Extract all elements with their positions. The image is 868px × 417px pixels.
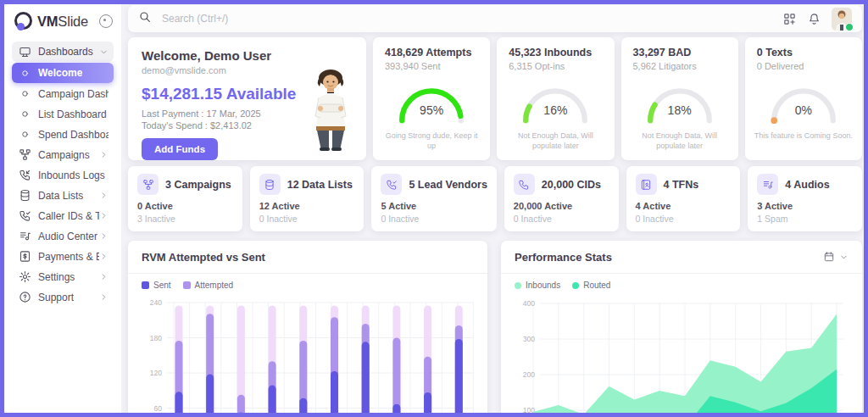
- stat-subtitle: 393,940 Sent: [381, 61, 481, 71]
- sidebar: VMSlide Dashboards Welcome Campaign Dash…: [4, 4, 121, 413]
- date-filter[interactable]: [823, 251, 849, 263]
- stat-title: 33,297 BAD: [630, 47, 730, 58]
- chevron-right-icon: [99, 272, 108, 281]
- resource-card-data-lists[interactable]: 12 Data Lists 12 Active 0 Inactive: [250, 166, 364, 231]
- stat-card-attempts: 418,629 Attempts 393,940 Sent 95% Going …: [373, 37, 490, 160]
- audio-playlist-icon: [17, 229, 32, 244]
- gear-icon: [17, 270, 32, 285]
- secondary-count: 0 Inactive: [514, 214, 609, 224]
- grid-plus-icon[interactable]: [782, 12, 797, 26]
- gauge-texts: 0%: [760, 76, 848, 129]
- sidebar-item-welcome[interactable]: Welcome: [12, 63, 114, 83]
- resource-card-tfns[interactable]: 4 TFNs 4 Active 0 Inactive: [626, 166, 741, 231]
- performance-legend: Inbounds Routed: [501, 274, 862, 292]
- chart-title: RVM Attempted vs Sent: [142, 251, 265, 264]
- welcome-title: Welcome, Demo User: [142, 48, 353, 63]
- svg-text:100: 100: [523, 406, 535, 414]
- rvm-legend: Sent Attempted: [128, 274, 487, 292]
- search-input[interactable]: [160, 12, 418, 25]
- charts-row: RVM Attempted vs Sent Sent Attempted 240…: [128, 241, 862, 417]
- svg-text:60: 60: [154, 404, 163, 413]
- active-count: 12 Active: [259, 201, 355, 211]
- welcome-card: Welcome, Demo User demo@vmslide.com $14,…: [128, 37, 366, 160]
- resource-row: 3 Campaigns 0 Active 3 Inactive 12 Data …: [128, 166, 862, 231]
- chevron-down-icon: [99, 47, 108, 57]
- legend-item-routed[interactable]: Routed: [572, 281, 610, 290]
- gauge-percent: 16%: [511, 103, 599, 117]
- stat-title: 418,629 Attempts: [381, 47, 481, 58]
- sidebar-item-data-lists[interactable]: Data Lists: [12, 186, 114, 205]
- circle-icon: [17, 86, 32, 102]
- add-funds-button[interactable]: Add Funds: [142, 138, 218, 160]
- stat-caption: This feature is Coming Soon.: [754, 131, 854, 141]
- legend-item-inbounds[interactable]: Inbounds: [515, 281, 560, 290]
- search-bar[interactable]: [138, 10, 782, 27]
- brand-name: VMSlide: [37, 14, 88, 30]
- chevron-right-icon: [99, 211, 108, 220]
- sidebar-pin-toggle-icon[interactable]: [99, 14, 113, 28]
- phone-icon: [514, 174, 535, 195]
- character-illustration: [303, 67, 358, 155]
- topbar-actions: [782, 8, 852, 31]
- svg-text:400: 400: [523, 299, 535, 308]
- chevron-right-icon: [99, 150, 108, 159]
- sidebar-item-dashboards[interactable]: Dashboards: [12, 42, 114, 62]
- stat-caption: Going Strong dude, Keep it up: [381, 131, 481, 151]
- invoice-icon: [17, 249, 32, 264]
- online-status-dot: [845, 23, 854, 31]
- resource-card-cids[interactable]: 20,000 CIDs 20,000 Active 0 Inactive: [504, 166, 619, 231]
- secondary-count: 0 Inactive: [381, 214, 487, 224]
- brand-logo[interactable]: VMSlide: [4, 4, 121, 38]
- sidebar-item-audio-center[interactable]: Audio Center: [12, 226, 114, 246]
- sitemap-icon: [17, 147, 32, 163]
- svg-text:180: 180: [150, 334, 162, 342]
- chevron-right-icon: [99, 231, 108, 241]
- resource-card-campaigns[interactable]: 3 Campaigns 0 Active 3 Inactive: [128, 166, 242, 231]
- active-count: 5 Active: [381, 201, 487, 211]
- resource-card-lead-vendors[interactable]: 5 Lead Vendors 5 Active 0 Inactive: [371, 166, 496, 231]
- stat-subtitle: 6,315 Opt-ins: [505, 61, 605, 71]
- sidebar-item-campaigns[interactable]: Campaigns: [12, 145, 114, 164]
- legend-item-sent[interactable]: Sent: [142, 281, 171, 290]
- user-avatar[interactable]: [832, 8, 852, 31]
- secondary-count: 0 Inactive: [636, 214, 732, 224]
- database-icon: [17, 188, 32, 203]
- phone-incoming-icon: [17, 168, 32, 183]
- svg-text:300: 300: [523, 335, 535, 343]
- phone-icon: [17, 208, 32, 224]
- sidebar-item-spend-dashboard[interactable]: Spend Dashboard: [12, 125, 114, 144]
- stat-title: 0 Texts: [754, 47, 854, 58]
- sidebar-item-settings[interactable]: Settings: [12, 267, 114, 286]
- rvm-bar-chart: 24018012060: [142, 293, 474, 417]
- gauge-attempts: 95%: [387, 76, 476, 129]
- chevron-right-icon: [99, 252, 108, 261]
- bell-icon[interactable]: [807, 12, 821, 26]
- sidebar-item-support[interactable]: Support: [12, 287, 114, 307]
- circle-icon: [17, 127, 32, 142]
- svg-text:200: 200: [523, 370, 535, 379]
- stat-caption: Not Enough Data, Will populate later: [505, 131, 605, 151]
- active-count: 4 Active: [636, 201, 732, 211]
- legend-item-attempted[interactable]: Attempted: [183, 281, 234, 290]
- active-count: 20,000 Active: [514, 201, 609, 211]
- sidebar-item-caller-ids-tfn[interactable]: Caller IDs & TFN: [12, 206, 114, 225]
- chevron-right-icon: [99, 292, 108, 302]
- performance-chart-card: Performance Stats Inbounds Routed 400300…: [501, 241, 862, 417]
- sidebar-item-payments-billing[interactable]: Payments & Billing: [12, 247, 114, 266]
- resource-card-audios[interactable]: 4 Audios 3 Active 1 Spam: [748, 166, 862, 231]
- sidebar-item-campaign-dashboard[interactable]: Campaign Dashboard: [12, 84, 114, 103]
- audio-playlist-icon: [757, 174, 778, 195]
- stat-subtitle: 5,962 Litigators: [630, 61, 730, 71]
- help-icon: [17, 290, 32, 305]
- stat-subtitle: 0 Delivered: [754, 61, 854, 71]
- brand-mark-icon: [14, 12, 33, 31]
- gauge-bad: 18%: [636, 76, 724, 129]
- sidebar-item-list-dashboard[interactable]: List Dashboard: [12, 104, 114, 124]
- stat-card-inbounds: 45,323 Inbounds 6,315 Opt-ins 16% Not En…: [497, 37, 614, 160]
- stat-card-bad: 33,297 BAD 5,962 Litigators 18% Not Enou…: [621, 37, 738, 160]
- phone-call-icon: [381, 174, 402, 195]
- monitor-icon: [17, 44, 32, 59]
- sidebar-item-inbounds-logs[interactable]: Inbounds Logs: [12, 165, 114, 185]
- secondary-count: 0 Inactive: [259, 214, 355, 224]
- active-count: 0 Active: [137, 201, 233, 211]
